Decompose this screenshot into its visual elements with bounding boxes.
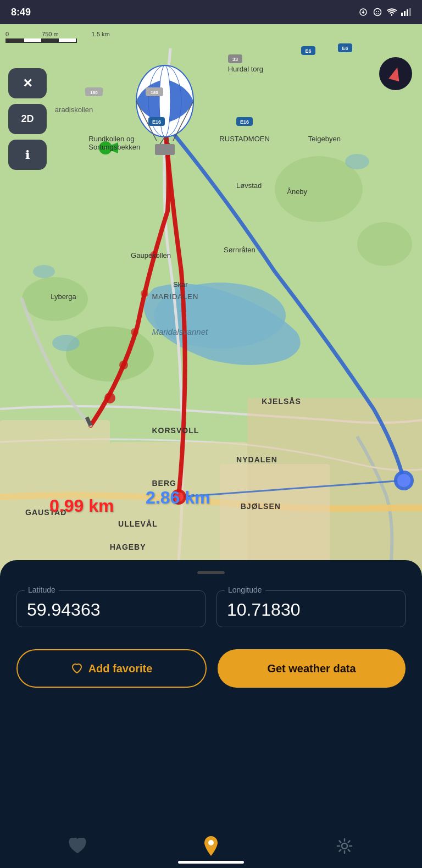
map-label-ullevall: ULLEVÅL — [118, 519, 158, 528]
svg-point-20 — [345, 154, 369, 169]
svg-text:E16: E16 — [240, 119, 249, 125]
longitude-value: 10.71830 — [227, 600, 395, 620]
map-label-bjolsen: BJØLSEN — [241, 502, 281, 511]
svg-point-22 — [119, 361, 128, 369]
svg-point-2 — [376, 11, 377, 12]
map-label-lovstad: Løvstad — [236, 181, 262, 190]
latitude-value: 59.94363 — [27, 600, 195, 620]
svg-rect-5 — [404, 11, 406, 16]
map-label-teigebyen: Teigebyen — [308, 135, 341, 143]
svg-text:E16: E16 — [152, 119, 161, 125]
get-weather-label: Get weather data — [267, 662, 356, 675]
map-label-maridalsvannet: Maridalsvannet — [152, 327, 208, 336]
map-controls: ✕ 2D ℹ — [8, 68, 47, 170]
svg-point-1 — [374, 9, 381, 16]
svg-point-3 — [378, 11, 379, 12]
longitude-field: Longitude 10.71830 — [216, 590, 406, 627]
svg-point-56 — [342, 843, 347, 849]
add-favorite-button[interactable]: Add favorite — [16, 649, 207, 688]
distance-red-label: 0.99 km — [49, 496, 114, 516]
mode-2d-button[interactable]: 2D — [8, 104, 47, 134]
svg-point-55 — [208, 840, 214, 845]
svg-rect-6 — [407, 9, 408, 16]
coordinate-row: Latitude 59.94363 Longitude 10.71830 — [16, 590, 406, 627]
map-label-nydalen: NYDALEN — [236, 455, 277, 464]
nav-heart-icon — [69, 838, 86, 854]
map-label-hurdal: Hurdal torg — [228, 65, 263, 73]
bottom-panel: Latitude 59.94363 Longitude 10.71830 Add… — [0, 560, 422, 824]
scale-label-0: 0 — [5, 31, 9, 37]
status-icons — [358, 7, 411, 17]
map-container[interactable]: E16 E16 33 E6 E6 180 180 ↑ 0 750 m 1.5 k… — [0, 24, 422, 607]
map-label-aneby: Åneby — [287, 187, 307, 196]
svg-point-19 — [33, 265, 55, 278]
download-icon — [358, 7, 368, 17]
map-label-kjelsas: KJELSÅS — [262, 397, 301, 406]
svg-text:E6: E6 — [342, 46, 348, 51]
nav-location[interactable] — [195, 830, 227, 863]
action-row: Add favorite Get weather data — [16, 649, 406, 688]
map-label-korsvoll: KORSVOLL — [152, 426, 199, 435]
map-label-berg: BERG — [152, 479, 176, 488]
close-button[interactable]: ✕ — [8, 68, 47, 98]
svg-text:33: 33 — [232, 57, 238, 62]
map-label-lyberga: Lyberga — [51, 292, 76, 301]
nav-gear-icon — [336, 838, 353, 854]
get-weather-button[interactable]: Get weather data — [218, 649, 406, 688]
svg-point-17 — [357, 222, 412, 266]
svg-point-24 — [141, 290, 148, 297]
svg-point-23 — [131, 328, 138, 336]
map-label-hageby: HAGEBY — [110, 543, 146, 551]
distance-blue-label: 2.86 km — [146, 488, 210, 508]
svg-rect-37 — [155, 144, 175, 155]
nav-settings[interactable] — [328, 830, 361, 863]
map-label-maridalen: MARIDALEN — [152, 292, 198, 301]
svg-text:180: 180 — [90, 90, 98, 95]
compass-needle — [388, 66, 403, 81]
nav-location-icon — [202, 836, 220, 856]
panel-handle[interactable] — [197, 571, 225, 574]
scale-label-1500: 1.5 km — [92, 31, 110, 37]
info-button[interactable]: ℹ — [8, 140, 47, 170]
svg-text:180: 180 — [151, 90, 158, 95]
wifi-icon — [387, 7, 397, 17]
svg-point-21 — [104, 392, 115, 403]
map-scale: 0 750 m 1.5 km — [5, 31, 110, 43]
latitude-field: Latitude 59.94363 — [16, 590, 206, 627]
svg-text:E6: E6 — [305, 48, 311, 54]
svg-rect-7 — [409, 8, 411, 16]
heart-icon — [71, 662, 83, 675]
svg-point-18 — [52, 335, 80, 351]
scale-label-750: 750 m — [42, 31, 59, 37]
longitude-label: Longitude — [225, 585, 265, 594]
svg-point-14 — [66, 327, 154, 382]
nav-favorites[interactable] — [61, 830, 94, 863]
status-time: 8:49 — [11, 7, 31, 18]
svg-point-27 — [397, 474, 410, 487]
face-icon — [373, 7, 382, 17]
map-label-rustadmoen: RUSTADMOEN — [219, 135, 269, 143]
compass[interactable] — [379, 57, 412, 90]
status-bar: 8:49 — [0, 0, 422, 24]
add-favorite-label: Add favorite — [88, 662, 153, 675]
latitude-label: Latitude — [25, 585, 59, 594]
map-label-radiskollen: aradiskollen — [55, 106, 93, 114]
signal-icon — [401, 7, 411, 17]
home-indicator — [178, 861, 244, 864]
map-label-sornraten: Sørnråten — [224, 246, 256, 254]
map-label-rundkollen: Rundkollen ogSortungsbekken — [88, 135, 140, 151]
svg-rect-4 — [401, 13, 403, 16]
map-label-skar: Skar — [173, 280, 188, 289]
map-label-gaupekollen: Gaupekollen — [131, 251, 171, 259]
svg-point-31 — [159, 65, 170, 137]
